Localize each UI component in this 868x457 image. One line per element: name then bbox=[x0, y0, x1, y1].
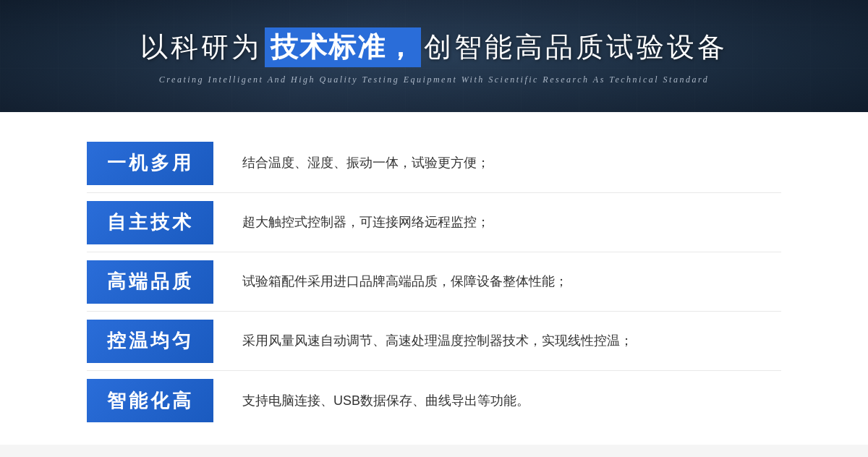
feature-label-box: 一机多用 bbox=[87, 142, 213, 185]
header-title-row: 以科研为 技术标准， 创智能高品质试验设备 bbox=[140, 27, 728, 67]
main-content: 一机多用结合温度、湿度、振动一体，试验更方便；自主技术超大触控式控制器，可连接网… bbox=[0, 112, 868, 445]
feature-item: 高端品质试验箱配件采用进口品牌高端品质，保障设备整体性能； bbox=[87, 252, 781, 312]
feature-description: 支持电脑连接、USB数据保存、曲线导出等功能。 bbox=[242, 390, 781, 411]
feature-label-text: 高端品质 bbox=[107, 269, 194, 294]
feature-label-text: 自主技术 bbox=[107, 210, 194, 235]
title-prefix: 以科研为 bbox=[140, 29, 262, 66]
header-banner: 以科研为 技术标准， 创智能高品质试验设备 Creating Intellige… bbox=[0, 0, 868, 112]
feature-label-box: 控温均匀 bbox=[87, 320, 213, 363]
feature-description: 超大触控式控制器，可连接网络远程监控； bbox=[242, 212, 781, 233]
title-suffix: 创智能高品质试验设备 bbox=[424, 29, 728, 66]
title-highlight: 技术标准， bbox=[265, 27, 421, 67]
feature-label-text: 一机多用 bbox=[107, 150, 194, 176]
feature-item: 控温均匀采用风量风速自动调节、高速处理温度控制器技术，实现线性控温； bbox=[87, 312, 781, 371]
feature-description: 结合温度、湿度、振动一体，试验更方便； bbox=[242, 153, 781, 174]
feature-item: 自主技术超大触控式控制器，可连接网络远程监控； bbox=[87, 193, 781, 252]
feature-description: 采用风量风速自动调节、高速处理温度控制器技术，实现线性控温； bbox=[242, 330, 781, 351]
feature-item: 智能化高支持电脑连接、USB数据保存、曲线导出等功能。 bbox=[87, 371, 781, 430]
feature-description: 试验箱配件采用进口品牌高端品质，保障设备整体性能； bbox=[242, 271, 781, 292]
feature-label-box: 自主技术 bbox=[87, 201, 213, 244]
feature-label-box: 智能化高 bbox=[87, 379, 213, 422]
feature-item: 一机多用结合温度、湿度、振动一体，试验更方便； bbox=[87, 134, 781, 193]
feature-label-text: 控温均匀 bbox=[107, 328, 194, 354]
feature-label-box: 高端品质 bbox=[87, 260, 213, 304]
feature-list: 一机多用结合温度、湿度、振动一体，试验更方便；自主技术超大触控式控制器，可连接网… bbox=[87, 134, 781, 430]
header-subtitle: Creating Intelligent and High Quality Te… bbox=[159, 74, 709, 85]
feature-label-text: 智能化高 bbox=[107, 388, 194, 414]
